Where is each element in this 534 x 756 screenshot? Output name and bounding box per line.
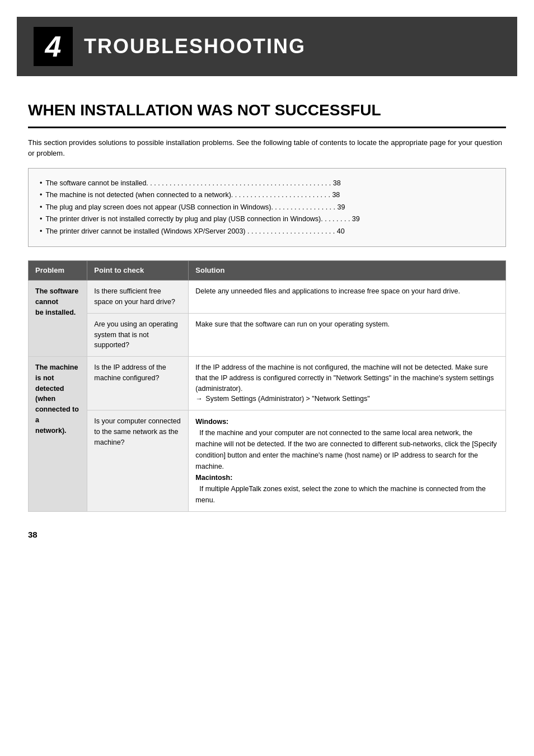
solution-cell: Windows: If the machine and your compute…: [189, 410, 506, 512]
table-row: Is your computer connected to the same n…: [29, 410, 506, 512]
arrow-icon: →: [195, 394, 203, 404]
toc-item-text: The plug and play screen does not appear…: [45, 203, 494, 213]
toc-bullet: •: [40, 203, 42, 213]
toc-item: • The printer driver cannot be installed…: [40, 227, 494, 237]
toc-bullet: •: [40, 190, 42, 200]
table-row: Are you using an operating system that i…: [29, 313, 506, 356]
toc-item: • The machine is not detected (when conn…: [40, 190, 494, 200]
table-row: The software cannotbe installed. Is ther…: [29, 281, 506, 314]
toc-item-text: The printer driver is not installed corr…: [45, 214, 494, 225]
toc-box: • The software cannot be installed. . . …: [28, 168, 506, 248]
col-header-point: Point to check: [87, 261, 189, 281]
toc-bullet: •: [40, 179, 42, 189]
point-cell: Is the IP address of the machine configu…: [87, 357, 189, 410]
toc-item-text: The software cannot be installed. . . . …: [45, 179, 494, 189]
toc-bullet: •: [40, 214, 42, 225]
col-header-solution: Solution: [189, 261, 506, 281]
toc-item-text: The machine is not detected (when connec…: [45, 190, 494, 200]
problem-cell: The machine is notdetected (whenconnecte…: [29, 357, 87, 512]
chapter-header: 4 TROUBLESHOOTING: [17, 17, 517, 76]
toc-list: • The software cannot be installed. . . …: [40, 179, 494, 237]
table-row: The machine is notdetected (whenconnecte…: [29, 357, 506, 410]
toc-item-text: The printer driver cannot be installed (…: [45, 227, 494, 237]
toc-item: • The plug and play screen does not appe…: [40, 203, 494, 213]
section-title: WHEN INSTALLATION WAS NOT SUCCESSFUL: [28, 101, 506, 128]
solution-cell: If the IP address of the machine is not …: [189, 357, 506, 410]
point-cell: Is there sufficient free space on your h…: [87, 281, 189, 314]
chapter-number: 4: [34, 27, 73, 66]
point-cell: Is your computer connected to the same n…: [87, 410, 189, 512]
solution-cell: Delete any unneeded files and applicatio…: [189, 281, 506, 314]
problem-cell: The software cannotbe installed.: [29, 281, 87, 357]
col-header-problem: Problem: [29, 261, 87, 281]
point-cell: Are you using an operating system that i…: [87, 313, 189, 356]
solution-cell: Make sure that the software can run on y…: [189, 313, 506, 356]
intro-text: This section provides solutions to possi…: [28, 137, 506, 159]
troubleshooting-table: Problem Point to check Solution The soft…: [28, 260, 506, 512]
toc-item: • The printer driver is not installed co…: [40, 214, 494, 225]
page-content: WHEN INSTALLATION WAS NOT SUCCESSFUL Thi…: [0, 76, 534, 563]
toc-bullet: •: [40, 227, 42, 237]
chapter-title: TROUBLESHOOTING: [84, 32, 306, 60]
toc-item: • The software cannot be installed. . . …: [40, 179, 494, 189]
page-number: 38: [28, 529, 506, 540]
